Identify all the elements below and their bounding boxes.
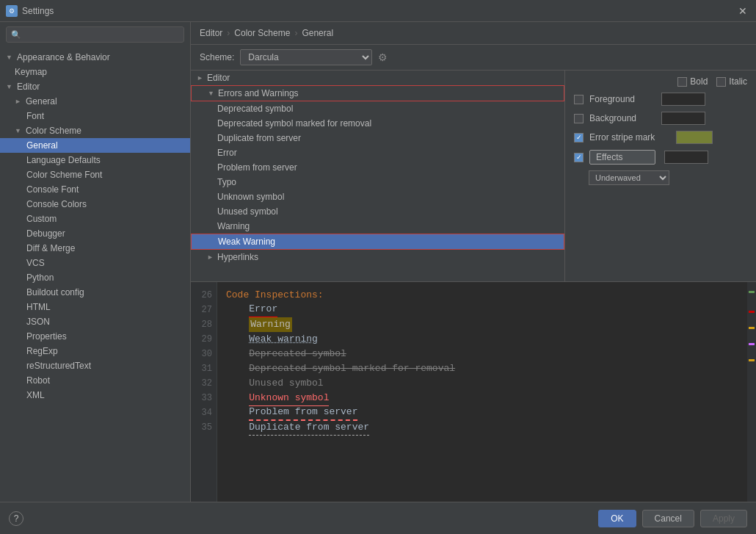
- sidebar-item-diffmerge[interactable]: Diff & Merge: [0, 241, 190, 256]
- preview-area: 26 27 28 29 30 31 32 33 34 35 Code Inspe…: [191, 281, 756, 502]
- sidebar-item-properties[interactable]: Properties: [0, 329, 190, 344]
- scheme-bar: Scheme: Darcula ⚙: [191, 45, 756, 71]
- sidebar-item-keymap[interactable]: Keymap: [0, 65, 190, 79]
- sidebar-item-python[interactable]: Python: [0, 270, 190, 285]
- sidebar-item-label: General: [26, 96, 57, 107]
- tree-item-warning[interactable]: Warning: [191, 219, 564, 234]
- sidebar-item-label: RegExp: [26, 346, 58, 356]
- sidebar-item-consolecolors[interactable]: Console Colors: [0, 197, 190, 212]
- effects-checkbox[interactable]: [574, 153, 584, 162]
- search-input[interactable]: [24, 29, 179, 40]
- sidebar-item-label: Font: [26, 111, 44, 121]
- app-icon: ⚙: [6, 5, 18, 17]
- code-line-32: Unused symbol: [226, 376, 738, 391]
- tree-item-label: Duplicate from server: [217, 133, 301, 143]
- cancel-button[interactable]: Cancel: [642, 510, 694, 527]
- italic-checkbox-item[interactable]: Italic: [716, 76, 747, 87]
- breadcrumb-sep1: ›: [227, 28, 230, 38]
- sidebar-item-label: Debugger: [26, 228, 65, 239]
- sidebar-item-restructuredtext[interactable]: reStructuredText: [0, 358, 190, 373]
- error-stripe-color[interactable]: [676, 131, 713, 144]
- sidebar-item-label: reStructuredText: [26, 361, 91, 371]
- expand-icon: ▼: [6, 83, 15, 90]
- code-text: [226, 376, 249, 391]
- sidebar-item-robot[interactable]: Robot: [0, 373, 190, 388]
- sidebar-item-label: Robot: [26, 375, 50, 386]
- code-text: [226, 317, 249, 332]
- tree-item-duplicate[interactable]: Duplicate from server: [191, 131, 564, 145]
- sidebar-item-consolefont[interactable]: Console Font: [0, 182, 190, 197]
- sidebar-item-label: Python: [26, 273, 54, 283]
- main-container: 🔍 ▼ Appearance & Behavior Keymap ▼ Edito…: [0, 22, 756, 534]
- sidebar-item-font[interactable]: Font: [0, 109, 190, 123]
- sidebar-item-xml[interactable]: XML: [0, 388, 190, 403]
- italic-checkbox[interactable]: [716, 77, 726, 87]
- sidebar-item-languagedefaults[interactable]: Language Defaults: [0, 153, 190, 167]
- sidebar-item-appearance[interactable]: ▼ Appearance & Behavior: [0, 50, 190, 65]
- sidebar-item-custom[interactable]: Custom: [0, 212, 190, 226]
- tree-item-typo[interactable]: Typo: [191, 175, 564, 190]
- tree-item-unused[interactable]: Unused symbol: [191, 204, 564, 219]
- foreground-checkbox[interactable]: [574, 95, 584, 104]
- code-line-35: Duplicate from server: [226, 420, 738, 435]
- sidebar-item-colorschemefont[interactable]: Color Scheme Font: [0, 167, 190, 182]
- tree-item-deprecated-removal[interactable]: Deprecated symbol marked for removal: [191, 116, 564, 131]
- effects-color[interactable]: [664, 151, 708, 164]
- scheme-label: Scheme:: [200, 52, 234, 62]
- nav-tree: ▼ Appearance & Behavior Keymap ▼ Editor …: [0, 47, 190, 502]
- sidebar-item-general2[interactable]: General: [0, 138, 190, 153]
- sidebar-item-general[interactable]: ► General: [0, 94, 190, 109]
- code-text: Error: [249, 302, 277, 318]
- sidebar-item-colorscheme[interactable]: ▼ Color Scheme: [0, 123, 190, 138]
- sidebar-item-buildoutconfig[interactable]: Buildout config: [0, 285, 190, 300]
- sidebar-item-label: General: [26, 140, 58, 151]
- tree-item-error[interactable]: Error: [191, 145, 564, 160]
- breadcrumb-colorscheme: Color Scheme: [234, 28, 290, 38]
- sidebar-item-editor[interactable]: ▼ Editor: [0, 79, 190, 94]
- tree-item-weak-warning[interactable]: Weak Warning: [191, 234, 564, 250]
- tree-item-editor[interactable]: ► Editor: [191, 71, 564, 85]
- breadcrumb: Editor › Color Scheme › General: [191, 22, 756, 45]
- expand-icon: ►: [207, 253, 217, 261]
- search-box[interactable]: 🔍: [6, 26, 184, 43]
- tree-item-problem[interactable]: Problem from server: [191, 160, 564, 175]
- bold-checkbox[interactable]: [677, 77, 687, 87]
- help-button[interactable]: ?: [9, 511, 23, 526]
- sidebar-item-regexp[interactable]: RegExp: [0, 344, 190, 358]
- code-text: [226, 405, 249, 420]
- background-color[interactable]: [661, 112, 705, 125]
- code-text: [226, 347, 249, 361]
- bottom-bar: ? OK Cancel Apply: [0, 502, 756, 534]
- foreground-label: Foreground: [589, 94, 655, 104]
- code-line-30: Deprecated symbol: [226, 347, 738, 361]
- apply-button[interactable]: Apply: [700, 510, 747, 527]
- foreground-color[interactable]: [661, 93, 705, 106]
- sidebar-item-label: Console Colors: [26, 199, 87, 209]
- foreground-row: Foreground: [574, 93, 747, 106]
- marker-yellow: [749, 327, 755, 329]
- sidebar-item-label: Custom: [26, 214, 57, 224]
- ok-button[interactable]: OK: [598, 510, 636, 527]
- underwaved-row: Underwaved: [574, 170, 747, 185]
- breadcrumb-sep2: ›: [294, 28, 297, 38]
- tree-item-deprecated[interactable]: Deprecated symbol: [191, 101, 564, 116]
- error-stripe-checkbox[interactable]: [574, 133, 584, 142]
- close-button[interactable]: ✕: [735, 4, 750, 18]
- code-text: Warning: [249, 317, 292, 332]
- sidebar-item-html[interactable]: HTML: [0, 300, 190, 314]
- tree-item-unknown[interactable]: Unknown symbol: [191, 190, 564, 204]
- marker-red: [749, 311, 755, 313]
- background-checkbox[interactable]: [574, 114, 584, 123]
- sidebar-item-debugger[interactable]: Debugger: [0, 226, 190, 241]
- sidebar-item-vcs[interactable]: VCS: [0, 256, 190, 270]
- scheme-select[interactable]: Darcula: [240, 49, 372, 65]
- sidebar-item-label: Console Font: [26, 184, 79, 195]
- bold-checkbox-item[interactable]: Bold: [677, 76, 708, 87]
- scheme-gear-icon[interactable]: ⚙: [378, 51, 388, 63]
- sidebar-item-json[interactable]: JSON: [0, 314, 190, 329]
- effects-type-select[interactable]: Underwaved: [589, 170, 669, 185]
- tree-item-hyperlinks[interactable]: ► Hyperlinks: [191, 250, 564, 264]
- tree-item-errors-warnings[interactable]: ▼ Errors and Warnings: [191, 85, 564, 101]
- italic-label: Italic: [729, 76, 747, 87]
- code-line-31: Deprecated symbol marked for removal: [226, 361, 738, 376]
